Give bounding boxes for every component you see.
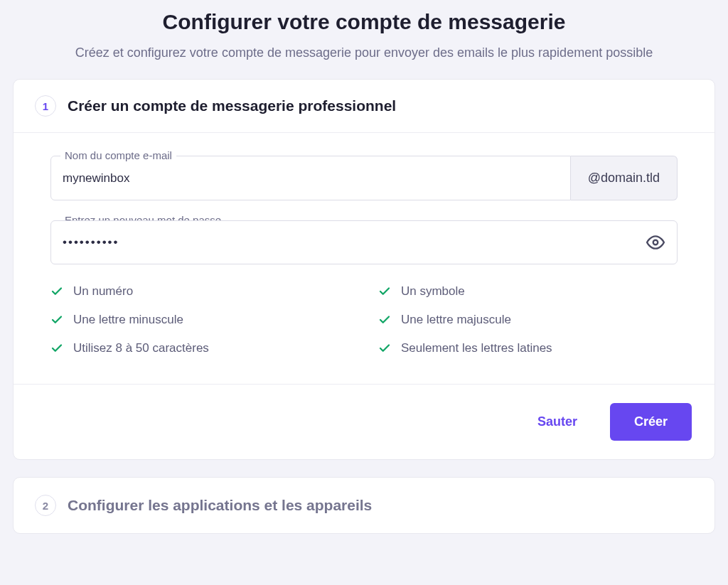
page-header: Configurer votre compte de messagerie Cr…	[0, 0, 728, 79]
step-2-header: 2 Configurer les applications et les app…	[14, 478, 714, 533]
requirement-item: Seulement les lettres latines	[378, 341, 678, 355]
check-icon	[378, 313, 391, 326]
requirement-text: Une lettre minuscule	[73, 313, 183, 327]
email-row: @domain.tld	[50, 156, 678, 200]
requirement-text: Un symbole	[401, 284, 465, 299]
password-input[interactable]	[50, 220, 678, 264]
toggle-password-visibility-button[interactable]	[643, 230, 668, 254]
domain-suffix: @domain.tld	[571, 156, 678, 200]
step-1-body: Nom du compte e-mail @domain.tld Entrez …	[14, 133, 714, 384]
email-account-input[interactable]	[50, 156, 571, 200]
requirement-item: Un symbole	[378, 284, 678, 299]
step-1-header: 1 Créer un compte de messagerie professi…	[14, 80, 714, 132]
step-2-title: Configurer les applications et les appar…	[68, 497, 372, 514]
skip-button[interactable]: Sauter	[525, 404, 590, 439]
step-1-title: Créer un compte de messagerie profession…	[68, 97, 396, 114]
requirement-item: Utilisez 8 à 50 caractères	[50, 341, 350, 355]
requirement-text: Seulement les lettres latines	[401, 341, 552, 355]
password-requirements: Un numéro Un symbole Une lettre minuscul…	[50, 284, 678, 355]
check-icon	[50, 285, 63, 298]
email-field-group: Nom du compte e-mail @domain.tld	[50, 156, 678, 200]
check-icon	[378, 285, 391, 298]
password-wrap	[50, 220, 678, 264]
requirement-item: Une lettre majuscule	[378, 313, 678, 327]
password-field-group: Entrez un nouveau mot de passe	[50, 220, 678, 264]
email-label: Nom du compte e-mail	[60, 149, 176, 161]
check-icon	[378, 342, 391, 355]
svg-point-0	[653, 240, 658, 245]
requirement-item: Un numéro	[50, 284, 350, 299]
step-1-card: 1 Créer un compte de messagerie professi…	[13, 79, 715, 460]
requirement-item: Une lettre minuscule	[50, 313, 350, 327]
step-2-card[interactable]: 2 Configurer les applications et les app…	[13, 477, 715, 534]
create-button[interactable]: Créer	[610, 403, 692, 441]
check-icon	[50, 342, 63, 355]
requirement-text: Un numéro	[73, 284, 133, 299]
requirement-text: Utilisez 8 à 50 caractères	[73, 341, 209, 355]
check-icon	[50, 313, 63, 326]
step-1-footer: Sauter Créer	[14, 384, 714, 459]
requirement-text: Une lettre majuscule	[401, 313, 511, 327]
page-subtitle: Créez et configurez votre compte de mess…	[28, 44, 700, 62]
page-title: Configurer votre compte de messagerie	[28, 10, 700, 34]
step-2-number: 2	[35, 495, 56, 516]
eye-icon	[646, 233, 665, 252]
step-1-number: 1	[35, 95, 56, 117]
